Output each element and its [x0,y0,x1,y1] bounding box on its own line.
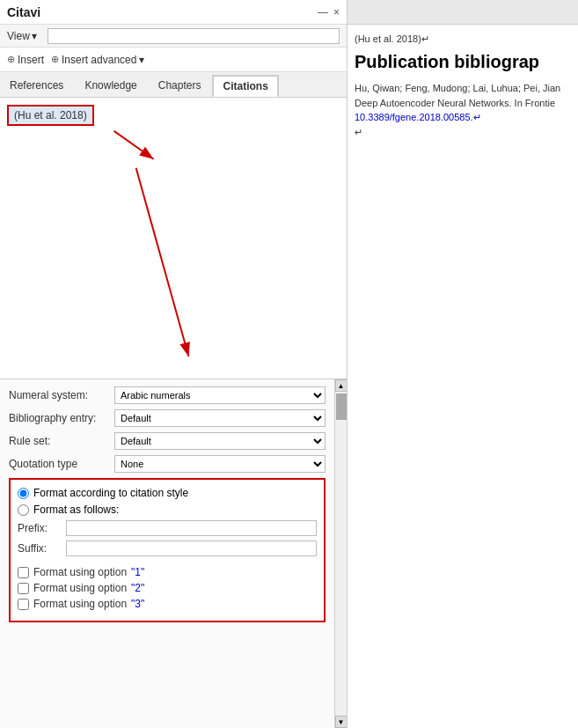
tab-references[interactable]: References [0,75,73,97]
window-controls[interactable]: — × [318,6,340,18]
bibliography-entry-row: Bibliography entry: Default [9,409,326,427]
doc-line-4: ↵ [355,125,571,140]
insert-advanced-icon: ⊕ [51,54,59,65]
format-radio-2-row: Format as follows: [18,504,317,516]
toolbar: View ▾ [0,25,347,48]
insert-label: Insert [18,54,44,66]
rule-set-select[interactable]: Default [114,432,326,450]
numeral-system-select[interactable]: Arabic numerals [114,386,326,404]
format-option-1-checkbox[interactable] [18,567,29,578]
format-option-2-row: Format using option "2" [18,582,317,594]
format-radio-1-row: Format according to citation style [18,487,317,499]
prefix-row: Prefix: [18,520,317,536]
minimize-button[interactable]: — [318,6,328,18]
format-option-1-value: "1" [131,566,144,578]
svg-line-3 [136,168,189,357]
view-arrow[interactable]: ▾ [32,30,37,42]
citation-item[interactable]: (Hu et al. 2018) [7,105,94,126]
bibliography-entry-label: Bibliography entry: [9,412,114,424]
numeral-system-label: Numeral system: [9,389,114,401]
annotation-arrows [0,98,347,379]
insert-button[interactable]: ⊕ Insert [7,54,44,66]
right-panel: (Hu et al. 2018)↵ Publication bibliograp… [348,0,578,728]
scroll-down-button[interactable]: ▼ [335,716,348,728]
format-option-1-row: Format using option "1" [18,566,317,578]
format-radio-2[interactable] [18,504,29,516]
doc-line-2: Deep Autoencoder Neural Networks. In Fro… [355,96,571,111]
doc-doi: 10.3389/fgene.2018.00585.↵ [355,110,571,125]
format-option-3-row: Format using option "3" [18,598,317,610]
rule-set-label: Rule set: [9,435,114,447]
format-radio-1-label: Format according to citation style [33,487,188,499]
insert-advanced-label: Insert advanced [62,54,136,66]
tab-chapters[interactable]: Chapters [149,75,211,97]
format-option-2-checkbox[interactable] [18,583,29,594]
citations-area: (Hu et al. 2018) [0,98,347,379]
scroll-up-button[interactable]: ▲ [335,379,348,392]
view-label: View [7,30,30,42]
tab-knowledge[interactable]: Knowledge [75,75,146,97]
doc-ref: (Hu et al. 2018)↵ [355,33,571,45]
right-content: (Hu et al. 2018)↵ Publication bibliograp… [348,25,578,728]
settings-area: Numeral system: Arabic numerals Bibliogr… [0,379,334,728]
insert-advanced-arrow[interactable]: ▾ [139,54,144,66]
doc-line-1: Hu, Qiwan; Feng, Mudong; Lai, Luhua; Pei… [355,81,571,96]
format-option-3-pre: Format using option [33,598,127,610]
insert-icon: ⊕ [7,54,15,65]
suffix-label: Suffix: [18,542,66,555]
quotation-type-label: Quotation type [9,458,114,470]
format-option-1-pre: Format using option [33,566,127,578]
tab-citations[interactable]: Citations [212,75,278,97]
title-bar: Citavi — × [0,0,347,25]
insert-advanced-button[interactable]: ⊕ Insert advanced ▾ [51,54,144,66]
scrollbar[interactable]: ▲ ▼ [334,379,347,728]
doc-body: Hu, Qiwan; Feng, Mudong; Lai, Luhua; Pei… [355,81,571,139]
view-menu[interactable]: View ▾ [7,30,39,42]
scroll-thumb[interactable] [336,393,347,420]
insert-bar: ⊕ Insert ⊕ Insert advanced ▾ [0,48,347,72]
prefix-input[interactable] [66,520,317,536]
svg-line-2 [114,131,154,159]
format-option-3-checkbox[interactable] [18,599,29,610]
format-option-2-pre: Format using option [33,582,127,594]
close-button[interactable]: × [333,6,340,18]
prefix-label: Prefix: [18,522,66,534]
search-input[interactable] [48,28,340,44]
rule-set-row: Rule set: Default [9,432,326,450]
format-option-3-value: "3" [131,598,144,610]
suffix-input[interactable] [66,540,317,556]
suffix-row: Suffix: [18,540,317,556]
doc-heading: Publication bibliograp [355,52,571,72]
quotation-type-row: Quotation type None [9,455,326,473]
bibliography-entry-select[interactable]: Default [114,409,326,427]
format-option-2-value: "2" [131,582,144,594]
tab-bar: References Knowledge Chapters Citations [0,72,347,98]
right-top-bar [348,0,578,25]
format-box: Format according to citation style Forma… [9,478,326,622]
app-title: Citavi [7,5,40,19]
format-radio-2-label: Format as follows: [33,504,119,516]
quotation-type-select[interactable]: None [114,455,326,473]
numeral-system-row: Numeral system: Arabic numerals [9,386,326,404]
format-radio-1[interactable] [18,488,29,499]
